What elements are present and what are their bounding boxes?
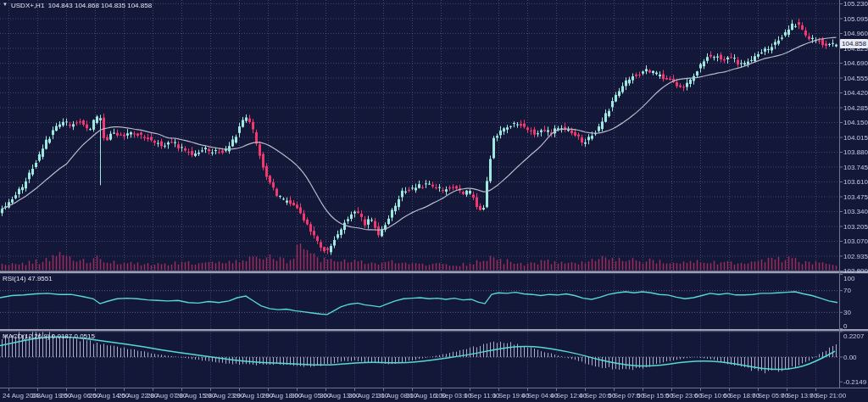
price-axis-label: 105.230 — [843, 0, 868, 8]
price-axis-label: 104.150 — [843, 119, 868, 126]
price-axis-label: 103.475 — [843, 193, 868, 201]
price-axis-label: 104.960 — [843, 30, 868, 37]
rsi-axis-label: 100 — [843, 275, 854, 282]
price-axis-label: 103.880 — [843, 148, 868, 156]
rsi-axis-label: 70 — [843, 287, 851, 294]
macd-axis-label: 0.00 — [843, 354, 857, 361]
symbol-ohlc-header: USDX+,H1 104.843 104.868 104.835 104.858 — [11, 2, 152, 9]
price-axis-label: 102.935 — [843, 253, 868, 260]
price-axis-label: 104.015 — [843, 134, 868, 142]
chart-canvas[interactable] — [0, 0, 868, 402]
price-axis-label: 104.420 — [843, 89, 868, 97]
price-axis-label: 105.095 — [843, 15, 868, 23]
rsi-axis-label: 0 — [843, 322, 847, 330]
price-axis-label: 103.340 — [843, 208, 868, 215]
rsi-indicator-label: RSI(14) 47.9551 — [3, 275, 53, 282]
current-price-tag: 104.858 — [840, 39, 868, 48]
macd-axis-label: 0.2207 — [843, 332, 864, 340]
price-axis-label: 104.285 — [843, 104, 868, 112]
chart-dropdown-icon[interactable]: ▼ — [3, 2, 8, 8]
price-axis-label: 103.070 — [843, 237, 868, 245]
macd-indicator-label: MACD(12,26,9) 0.0187 0.0515 — [3, 332, 95, 340]
price-axis-label: 104.555 — [843, 75, 868, 82]
price-axis-label: 103.745 — [843, 164, 868, 171]
price-axis-label: 104.690 — [843, 59, 868, 67]
time-axis-label: 7 Sep 21:00 — [810, 392, 846, 399]
macd-axis-label: -0.2149 — [843, 378, 866, 386]
price-axis-label: 103.205 — [843, 223, 868, 231]
price-axis-label: 103.610 — [843, 178, 868, 186]
trading-chart-window: ▼ USDX+,H1 104.843 104.868 104.835 104.8… — [0, 0, 868, 402]
price-axis-label: 102.800 — [843, 267, 868, 275]
rsi-axis-label: 30 — [843, 309, 851, 316]
